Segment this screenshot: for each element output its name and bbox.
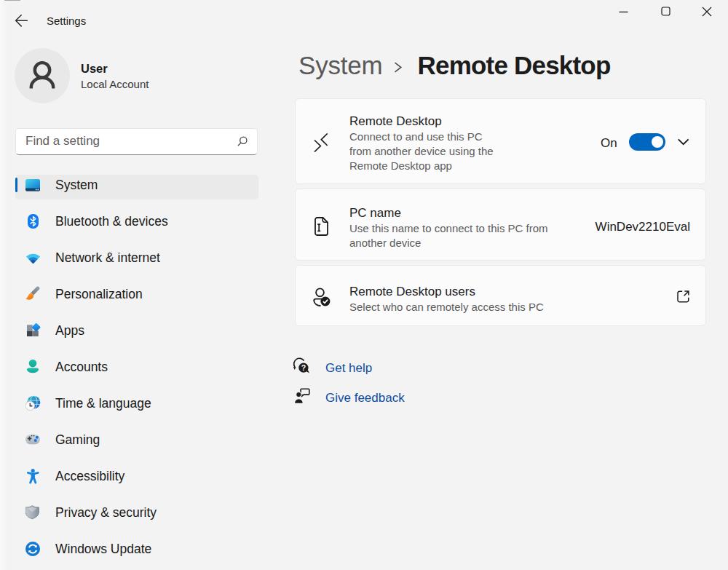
svg-text:?: ?	[301, 363, 306, 372]
